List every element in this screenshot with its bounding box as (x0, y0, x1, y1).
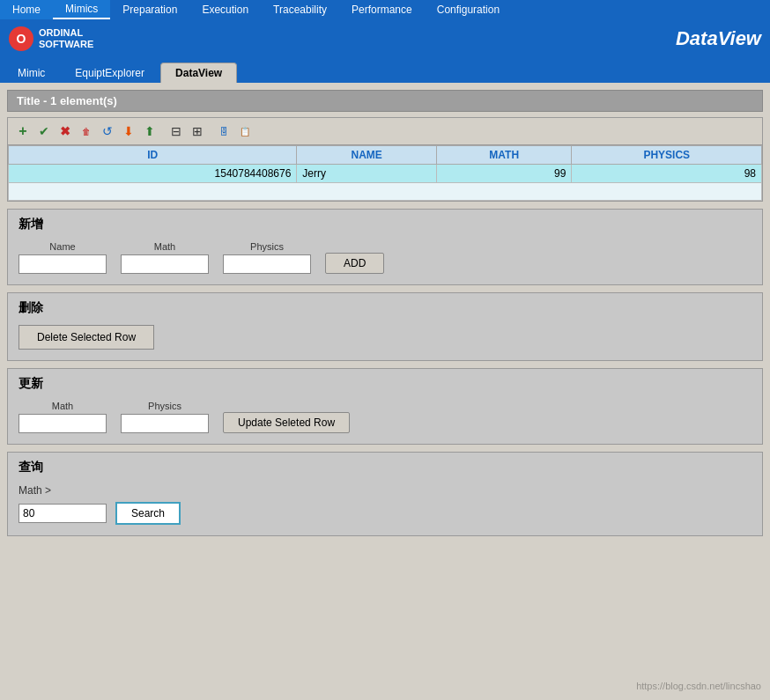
nav-configuration[interactable]: Configuration (425, 0, 512, 19)
nav-execution[interactable]: Execution (189, 0, 261, 19)
search-filter-label: Math > (19, 484, 751, 497)
table-row[interactable]: 1540784408676 Jerry 99 98 (9, 165, 762, 183)
main-content: Title - 1 element(s) + ✔ ✖ 🗑 ↺ ⬇ ⬆ ⊟ ⊞ 🗄… (0, 83, 770, 550)
search-section: 查询 Math > Search (7, 452, 763, 536)
add-icon[interactable]: + (13, 122, 33, 141)
toolbar: + ✔ ✖ 🗑 ↺ ⬇ ⬆ ⊟ ⊞ 🗄 📋 (7, 117, 763, 144)
upload-icon[interactable]: ⬆ (140, 122, 159, 141)
top-nav: Home Mimics Preparation Execution Tracea… (0, 0, 770, 19)
delete-section: 删除 Delete Selected Row (7, 292, 763, 361)
update-selected-button[interactable]: Update Seleted Row (223, 412, 350, 433)
cell-math: 99 (436, 165, 571, 183)
app-title: DataView (676, 27, 761, 50)
add-physics-input[interactable] (223, 254, 311, 274)
nav-home[interactable]: Home (0, 0, 53, 19)
nav-traceability[interactable]: Traceability (261, 0, 339, 19)
update-physics-label: Physics (121, 401, 209, 411)
title-bar: Title - 1 element(s) (7, 90, 763, 112)
search-row: Search (19, 502, 751, 525)
data-table-container: ID NAME MATH PHYSICS 1540784408676 Jerry… (7, 144, 763, 202)
update-section-title: 更新 (19, 376, 751, 392)
add-math-input[interactable] (121, 254, 209, 274)
add-section-title: 新增 (19, 217, 751, 232)
logo-icon: O (9, 26, 33, 51)
nav-performance[interactable]: Performance (339, 0, 425, 19)
search-section-title: 查询 (19, 460, 751, 475)
tab-equiptexplorer[interactable]: EquiptExplorer (61, 63, 159, 83)
check-icon[interactable]: ✔ (34, 122, 54, 141)
update-math-input[interactable] (19, 414, 107, 433)
cell-physics: 98 (572, 165, 762, 183)
copy-icon[interactable]: 📋 (235, 122, 255, 141)
delete-selected-button[interactable]: Delete Selected Row (19, 325, 154, 350)
expand-icon[interactable]: ⊞ (188, 122, 207, 141)
update-math-label: Math (19, 401, 107, 411)
add-button[interactable]: ADD (325, 253, 384, 274)
delete-red-icon[interactable]: 🗑 (77, 122, 96, 141)
delete-section-title: 删除 (19, 300, 751, 316)
logo-bar: O ORDINALSOFTWARE DataView (0, 19, 770, 58)
add-math-group: Math (121, 241, 209, 274)
download-icon[interactable]: ⬇ (119, 122, 138, 141)
tab-dataview[interactable]: DataView (160, 63, 237, 83)
col-physics: PHYSICS (572, 146, 762, 165)
cell-name: Jerry (297, 165, 437, 183)
refresh-icon[interactable]: ↺ (98, 122, 117, 141)
sub-tabs: Mimic EquiptExplorer DataView (0, 58, 770, 83)
filter-icon[interactable]: ⊟ (167, 122, 186, 141)
search-button[interactable]: Search (115, 502, 181, 525)
add-math-label: Math (121, 241, 209, 252)
nav-preparation[interactable]: Preparation (110, 0, 189, 19)
update-physics-group: Physics (121, 401, 209, 433)
add-name-label: Name (19, 241, 107, 252)
col-math: MATH (436, 146, 571, 165)
nav-mimics[interactable]: Mimics (53, 0, 110, 19)
db-icon[interactable]: 🗄 (214, 122, 233, 141)
add-name-input[interactable] (19, 254, 107, 274)
search-math-input[interactable] (19, 504, 107, 523)
tab-mimic[interactable]: Mimic (4, 63, 59, 83)
update-button-group: Update Seleted Row (223, 412, 350, 433)
cell-id: 1540784408676 (9, 165, 297, 183)
add-physics-group: Physics (223, 241, 311, 274)
add-name-group: Name (19, 241, 107, 274)
update-section: 更新 Math Physics Update Seleted Row (7, 368, 763, 445)
data-table: ID NAME MATH PHYSICS 1540784408676 Jerry… (8, 145, 762, 201)
update-math-group: Math (19, 401, 107, 433)
add-physics-label: Physics (223, 241, 311, 252)
update-physics-input[interactable] (121, 414, 209, 433)
col-name: NAME (297, 146, 437, 165)
logo-text: ORDINALSOFTWARE (39, 27, 93, 50)
update-form-row: Math Physics Update Seleted Row (19, 401, 751, 433)
watermark: https://blog.csdn.net/lincshao (636, 681, 761, 691)
col-id: ID (9, 146, 297, 165)
add-section: 新增 Name Math Physics ADD (7, 209, 763, 285)
logo: O ORDINALSOFTWARE (9, 26, 93, 51)
add-form-row: Name Math Physics ADD (19, 241, 751, 274)
delete-icon[interactable]: ✖ (56, 122, 75, 141)
delete-row: Delete Selected Row (19, 325, 751, 350)
add-button-group: ADD (325, 253, 384, 274)
